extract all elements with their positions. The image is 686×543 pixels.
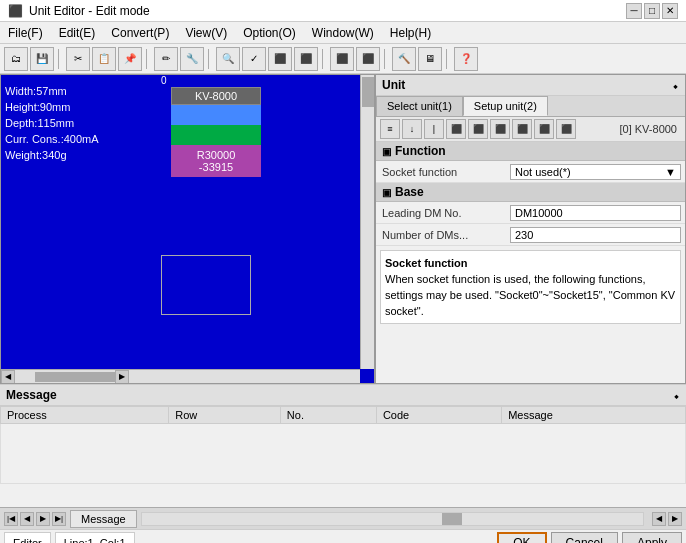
maximize-button[interactable]: □	[644, 3, 660, 19]
toolbar-btn-5[interactable]: ⬛	[294, 47, 318, 71]
unit-toolbar-btn-2[interactable]: ↓	[402, 119, 422, 139]
toolbar-btn-4[interactable]: ⬛	[268, 47, 292, 71]
message-panel-pin[interactable]: ⬩	[672, 387, 680, 403]
unit-toolbar-btn-6[interactable]: ⬛	[490, 119, 510, 139]
message-panel-title: Message	[6, 388, 57, 402]
section-base-toggle[interactable]: ▣	[382, 187, 391, 198]
menu-help[interactable]: Help(H)	[382, 24, 439, 42]
unit-toolbar-btn-9[interactable]: ⬛	[556, 119, 576, 139]
toolbar-btn-7[interactable]: ⬛	[356, 47, 380, 71]
toolbar-check[interactable]: ✓	[242, 47, 266, 71]
menu-edit[interactable]: Edit(E)	[51, 24, 104, 42]
status-bar: Editor Line:1, Col:1 OK Cancel Apply	[0, 529, 686, 543]
table-row	[1, 424, 686, 484]
col-message: Message	[502, 407, 686, 424]
prop-socket-function-label: Socket function	[376, 164, 506, 180]
hscroll-left-arrow[interactable]: ◀	[1, 370, 15, 384]
menu-view[interactable]: View(V)	[177, 24, 235, 42]
prop-leading-dm-input[interactable]	[510, 205, 681, 221]
prop-row-socket-function: Socket function Not used(*) ▼	[376, 161, 685, 183]
unit-toolbar-buttons: ≡ ↓ | ⬛ ⬛ ⬛ ⬛ ⬛ ⬛	[380, 119, 576, 139]
hscroll-right-arrow[interactable]: ▶	[115, 370, 129, 384]
canvas-vscrollbar[interactable]	[360, 75, 374, 369]
cancel-button[interactable]: Cancel	[551, 532, 618, 543]
unit-bottom-label1: R30000	[171, 149, 261, 161]
unit-toolbar-btn-1[interactable]: ≡	[380, 119, 400, 139]
msg-tab-message[interactable]: Message	[70, 510, 137, 528]
apply-button[interactable]: Apply	[622, 532, 682, 543]
section-base-header: ▣ Base	[376, 183, 685, 202]
canvas-area[interactable]: 0 Width:57mm Height:90mm Depth:115mm Cur…	[1, 75, 360, 369]
toolbar-edit[interactable]: ✏	[154, 47, 178, 71]
toolbar-btn-3[interactable]: 🔧	[180, 47, 204, 71]
ruler-label: 0	[161, 75, 167, 86]
toolbar-btn-1[interactable]: 🗂	[4, 47, 28, 71]
title-bar-controls: ─ □ ✕	[626, 3, 678, 19]
unit-toolbar-btn-4[interactable]: ⬛	[446, 119, 466, 139]
ok-button[interactable]: OK	[497, 532, 546, 543]
msg-prev-btn[interactable]: ◀	[20, 512, 34, 526]
menu-file[interactable]: File(F)	[0, 24, 51, 42]
status-position: Line:1, Col:1	[55, 532, 135, 543]
msg-scrollbar[interactable]	[141, 512, 644, 526]
prop-socket-function-dropdown[interactable]: Not used(*) ▼	[510, 164, 681, 180]
msg-nav-buttons: |◀ ◀ ▶ ▶|	[0, 510, 70, 528]
col-process: Process	[1, 407, 169, 424]
canvas-vscrollbar-thumb[interactable]	[362, 77, 374, 107]
toolbar-sep-4	[322, 49, 326, 69]
msg-first-btn[interactable]: |◀	[4, 512, 18, 526]
main-layout: 0 Width:57mm Height:90mm Depth:115mm Cur…	[0, 74, 686, 384]
msg-last-btn[interactable]: ▶|	[52, 512, 66, 526]
description-box: Socket function When socket function is …	[380, 250, 681, 324]
canvas-hscrollbar-thumb[interactable]	[35, 372, 115, 382]
tab-select-unit[interactable]: Select unit(1)	[376, 96, 463, 116]
msg-scroll-right-btns: ◀ ▶	[648, 510, 686, 528]
section-function-toggle[interactable]: ▣	[382, 146, 391, 157]
message-table-header: Process Row No. Code Message	[1, 407, 686, 424]
unit-block-purple: R30000 -33915	[171, 145, 261, 177]
unit-tabs: Select unit(1) Setup unit(2)	[376, 96, 685, 117]
unit-toolbar-btn-8[interactable]: ⬛	[534, 119, 554, 139]
toolbar-cut[interactable]: ✂	[66, 47, 90, 71]
description-text: When socket function is used, the follow…	[385, 273, 675, 317]
menu-window[interactable]: Window(W)	[304, 24, 382, 42]
toolbar-btn-8[interactable]: 🔨	[392, 47, 416, 71]
prop-row-leading-dm: Leading DM No.	[376, 202, 685, 224]
toolbar-btn-9[interactable]: 🖥	[418, 47, 442, 71]
right-panel-pin[interactable]: ⬩	[671, 77, 679, 93]
info-height: Height:90mm	[5, 99, 99, 115]
dropdown-arrow-icon: ▼	[665, 166, 676, 178]
msg-scrollbar-thumb[interactable]	[442, 513, 462, 525]
toolbar-sep-6	[446, 49, 450, 69]
section-function-label: Function	[395, 144, 446, 158]
unit-toolbar: ≡ ↓ | ⬛ ⬛ ⬛ ⬛ ⬛ ⬛ [0] KV-8000	[376, 117, 685, 142]
prop-num-dms-label: Number of DMs...	[376, 227, 506, 243]
right-panel-header: Unit ⬩	[376, 75, 685, 96]
unit-toolbar-btn-7[interactable]: ⬛	[512, 119, 532, 139]
msg-next-btn[interactable]: ▶	[36, 512, 50, 526]
menu-convert[interactable]: Convert(P)	[103, 24, 177, 42]
toolbar-sep-3	[208, 49, 212, 69]
toolbar-paste[interactable]: 📌	[118, 47, 142, 71]
message-header: Message ⬩	[0, 385, 686, 406]
unit-toolbar-btn-3[interactable]: |	[424, 119, 444, 139]
toolbar-btn-2[interactable]: 💾	[30, 47, 54, 71]
properties-area: ▣ Function Socket function Not used(*) ▼…	[376, 142, 685, 383]
menu-option[interactable]: Option(O)	[235, 24, 304, 42]
prop-num-dms-input[interactable]	[510, 227, 681, 243]
toolbar-help[interactable]: ❓	[454, 47, 478, 71]
toolbar-search[interactable]: 🔍	[216, 47, 240, 71]
close-button[interactable]: ✕	[662, 3, 678, 19]
toolbar-copy[interactable]: 📋	[92, 47, 116, 71]
toolbar-sep-2	[146, 49, 150, 69]
toolbar-btn-6[interactable]: ⬛	[330, 47, 354, 71]
msg-scroll-right-btn1[interactable]: ◀	[652, 512, 666, 526]
tab-setup-unit[interactable]: Setup unit(2)	[463, 96, 548, 116]
msg-scroll-right-btn2[interactable]: ▶	[668, 512, 682, 526]
table-header-row: Process Row No. Code Message	[1, 407, 686, 424]
toolbar-sep-5	[384, 49, 388, 69]
canvas-hscrollbar[interactable]: ◀ ▶	[1, 369, 360, 383]
message-data-table: Process Row No. Code Message	[0, 406, 686, 484]
minimize-button[interactable]: ─	[626, 3, 642, 19]
unit-toolbar-btn-5[interactable]: ⬛	[468, 119, 488, 139]
